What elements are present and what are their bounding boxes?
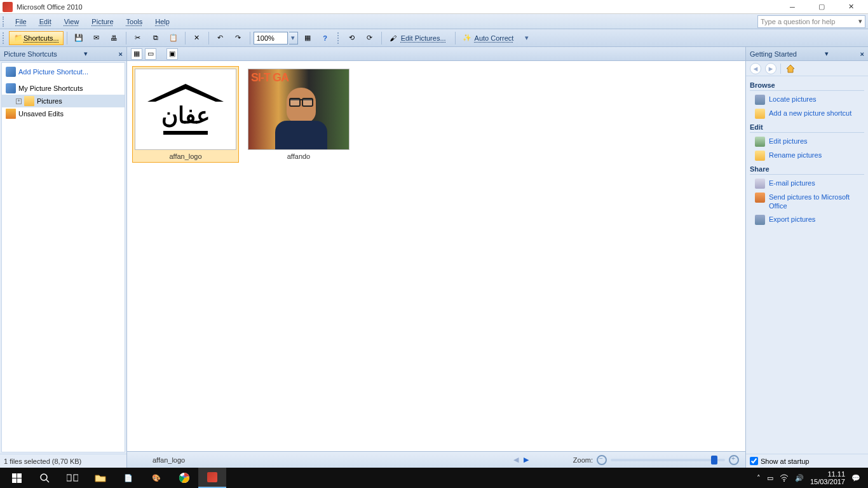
minimize-button[interactable]: ─ [778,0,807,14]
tray-battery-icon[interactable]: ▭ [767,474,773,482]
toolbar-separator [381,32,382,44]
menu-tools[interactable]: Tools [120,17,149,27]
rotate-left-icon: ⟲ [347,33,357,43]
toolbar-grip[interactable] [337,32,341,44]
paste-button[interactable]: 📋 [165,31,182,45]
svg-line-1 [46,480,49,482]
logo-graphic: عفان [141,74,230,144]
nav-home-button[interactable] [785,63,796,74]
folder-icon [24,96,34,106]
taskbar-chrome[interactable] [170,468,198,488]
taskbar-picture-manager[interactable] [198,468,226,488]
toolbar-overflow[interactable]: ▾ [522,31,532,45]
menu-file[interactable]: File [9,17,33,27]
email-pictures-link[interactable]: E-mail pictures [750,177,864,191]
panel-dropdown-icon[interactable]: ▾ [84,50,88,58]
print-button[interactable]: 🖶 [106,31,123,45]
tree-root[interactable]: My Picture Shortcuts [2,82,125,95]
thumbnail-image: SI-T GA [248,69,349,150]
redo-icon: ↷ [233,33,243,43]
left-panel-body: Add Picture Shortcut... My Picture Short… [1,62,125,452]
save-icon: 💾 [74,33,84,43]
menu-help[interactable]: Help [149,17,176,27]
copy-button[interactable]: ⧉ [147,31,164,45]
thumbnails-area[interactable]: عفان affan_logo SI-T GA affando [127,61,745,451]
redo-button[interactable]: ↷ [230,31,247,45]
add-picture-shortcut-link[interactable]: Add Picture Shortcut... [2,65,125,78]
maximize-button[interactable]: ▢ [807,0,836,14]
help-search-box[interactable]: Type a question for help ▾ [757,15,865,28]
expand-icon[interactable]: + [16,98,22,104]
panel-dropdown-icon[interactable]: ▾ [825,50,829,58]
zoom-fit-button[interactable]: ▦ [299,31,316,45]
toolbar-separator [250,32,250,44]
add-shortcut-icon [6,67,16,77]
rotate-left-button[interactable]: ⟲ [344,31,360,45]
folder-icon [6,83,16,93]
taskbar-notepad[interactable]: 📄 [114,468,142,488]
help-button[interactable]: ? [317,31,334,45]
nav-back-button[interactable]: ◄ [750,63,761,74]
shortcuts-button[interactable]: 📁 Shortcuts... [9,31,64,45]
export-pictures-link[interactable]: Export pictures [750,213,864,227]
zoom-value-box[interactable]: 100% [254,32,288,44]
taskbar-file-explorer[interactable] [86,468,114,488]
taskbar-paint[interactable]: 🎨 [142,468,170,488]
menu-view[interactable]: View [58,17,86,27]
tray-chevron-icon[interactable]: ˄ [757,474,761,482]
zoom-out-button[interactable] [597,455,607,465]
menu-picture[interactable]: Picture [85,17,119,27]
show-at-startup-checkbox[interactable] [750,457,758,465]
zoom-in-button[interactable] [729,455,739,465]
tray-wifi-icon[interactable] [780,474,789,482]
menubar-grip[interactable] [3,17,6,27]
view-thumbnails-button[interactable]: ▦ [131,48,142,60]
chevron-down-icon[interactable]: ▾ [858,17,862,25]
view-filmstrip-button[interactable]: ▭ [145,48,156,60]
undo-button[interactable]: ↶ [212,31,229,45]
task-view-button[interactable] [58,468,86,488]
zoom-slider-handle[interactable] [711,456,717,464]
search-button[interactable] [31,468,58,488]
zoom-label: Zoom: [573,456,593,464]
left-panel-title: Picture Shortcuts [4,50,57,58]
prev-image-button[interactable]: ◀ [513,456,519,464]
add-shortcut-link[interactable]: Add a new picture shortcut [750,107,864,121]
zoom-slider[interactable] [611,459,725,461]
rotate-right-button[interactable]: ⟳ [362,31,378,45]
tree-unsaved-edits[interactable]: Unsaved Edits [2,107,125,120]
toolbar-separator [67,32,67,44]
thumbnail-affan-logo[interactable]: عفان affan_logo [132,66,239,163]
cut-button[interactable]: ✂ [130,31,146,45]
send-to-office-link[interactable]: Send pictures to Microsoft Office [750,191,864,213]
start-button[interactable] [3,468,31,488]
email-button[interactable]: ✉ [88,31,105,45]
rename-pictures-link[interactable]: Rename pictures [750,149,864,163]
menu-edit[interactable]: Edit [33,17,58,27]
delete-button[interactable]: ✕ [189,31,205,45]
tray-volume-icon[interactable]: 🔊 [795,474,804,482]
rotate-right-icon: ⟳ [365,33,375,43]
auto-correct-button[interactable]: ✨ Auto Correct [459,31,520,45]
copy-icon: ⧉ [151,33,161,43]
close-button[interactable]: ✕ [836,0,865,14]
locate-pictures-link[interactable]: Locate pictures [750,93,864,107]
svg-rect-3 [74,475,78,481]
zoom-dropdown[interactable]: ▾ [289,32,298,44]
toolbar-grip[interactable] [3,32,6,44]
next-image-button[interactable]: ▶ [524,456,529,464]
taskbar-clock[interactable]: 11.11 15/03/2017 [810,470,845,485]
nav-forward-button[interactable]: ► [765,63,776,74]
thumbnail-affando[interactable]: SI-T GA affando [245,66,352,163]
edit-pictures-link[interactable]: Edit pictures [750,135,864,149]
toolbar-separator [455,32,456,44]
left-status-bar: 1 files selected (8,70 KB) [0,454,126,468]
close-panel-button[interactable]: × [119,50,123,58]
edit-pictures-button[interactable]: 🖌 Edit Pictures... [385,31,452,45]
view-single-button[interactable]: ▣ [166,48,178,60]
close-panel-button[interactable]: × [860,50,864,58]
save-button[interactable]: 💾 [71,31,87,45]
tree-pictures[interactable]: + Pictures [2,95,125,107]
tray-notifications-icon[interactable]: 💬 [851,474,860,482]
shortcuts-icon: 📁 [13,33,24,43]
